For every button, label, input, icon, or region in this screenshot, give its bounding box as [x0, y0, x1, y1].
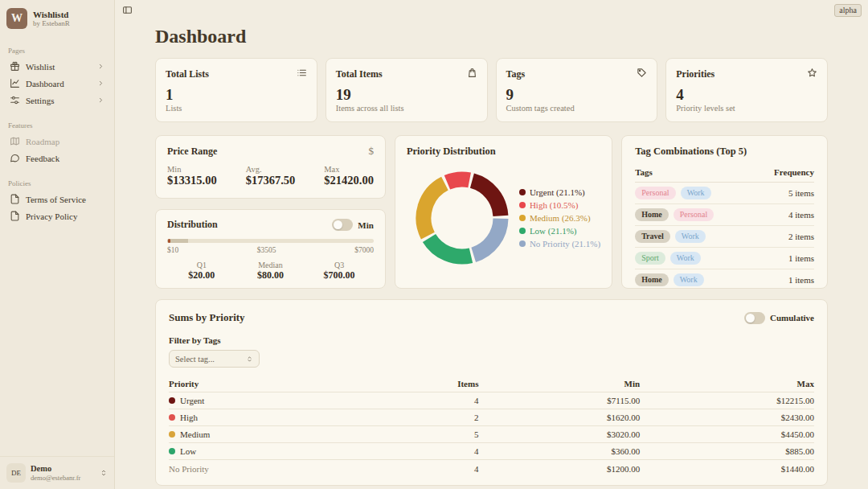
filter-by-tags-label: Filter by Tags: [169, 335, 814, 345]
legend-item: Low (21.1%): [519, 226, 600, 236]
tags-column-header: Tags: [635, 167, 653, 177]
quartile: Q3 $700.00: [305, 261, 374, 281]
stat-card-value: 19: [336, 87, 477, 104]
scale-min: $10: [167, 246, 178, 254]
tag-icon: [637, 68, 647, 78]
table-row: Low 4 $360.00 $885.00: [169, 443, 814, 460]
sidebar-item-label: Settings: [26, 96, 92, 105]
distribution-title: Distribution: [167, 219, 218, 231]
sidebar-toggle-icon[interactable]: [122, 5, 133, 15]
sidebar-item-label: Roadmap: [26, 137, 104, 146]
donut-segment-high: [447, 179, 469, 183]
topbar: [115, 0, 868, 19]
stat-card-value: 1: [166, 87, 307, 104]
app-byline: by EstebanR: [33, 19, 70, 27]
priority-distribution-card: Priority Distribution Urgent (21.1%) Hig…: [395, 135, 612, 289]
stat-card-title: Priorities: [676, 68, 714, 80]
priority-distribution-title: Priority Distribution: [407, 146, 600, 158]
priority-dot: [169, 414, 175, 421]
sidebar-item-label: Wishlist: [26, 62, 92, 72]
donut-segment-low: [429, 238, 471, 257]
chat-icon: [10, 153, 20, 163]
sums-column-priority: Priority: [169, 379, 414, 388]
tag-pill-personal: Personal: [635, 187, 675, 199]
user-menu[interactable]: DE Demo demo@estebanr.fr: [0, 456, 114, 489]
gift-icon: [10, 61, 20, 72]
sums-table-header: PriorityItemsMinMax: [169, 376, 814, 392]
user-name: Demo: [31, 464, 80, 474]
tag-pill-personal: Personal: [674, 208, 714, 221]
price-range-card: Price Range $ Min $13315.00 Avg. $17367.…: [155, 135, 386, 199]
sidebar-item-label: Feedback: [26, 154, 104, 163]
stat-card-title: Tags: [506, 68, 526, 80]
sums-table: PriorityItemsMinMax Urgent 4 $7115.00 $1…: [169, 376, 814, 477]
chart-legend: Urgent (21.1%) High (10.5%) Medium (26.3…: [519, 187, 600, 249]
min-toggle[interactable]: [332, 219, 353, 231]
sidebar-item-feedback[interactable]: Feedback: [6, 150, 108, 166]
scale-max: $7000: [354, 246, 374, 254]
sidebar-item-terms-of-service[interactable]: Terms of Service: [6, 191, 108, 208]
scale-mid: $3505: [257, 246, 276, 254]
legend-dot: [519, 215, 526, 221]
min-toggle-label: Min: [358, 220, 374, 230]
app-header[interactable]: W Wishlistd by EstebanR: [0, 0, 114, 35]
map-icon: [10, 136, 20, 146]
avatar: DE: [6, 463, 26, 483]
slider-marker[interactable]: [168, 239, 170, 243]
alpha-badge: alpha: [834, 4, 862, 17]
tag-combination-row: PersonalWork 5 items: [635, 183, 814, 204]
cumulative-toggle[interactable]: [744, 312, 765, 324]
tag-pill-work: Work: [681, 187, 711, 199]
page-title: Dashboard: [155, 26, 828, 47]
file-icon: [10, 194, 20, 204]
legend-dot: [519, 202, 526, 208]
main-area: alpha Dashboard Total Lists 1 Lists Tota…: [115, 0, 868, 489]
priority-dot: [169, 397, 175, 404]
chevron-right-icon: [97, 80, 104, 87]
distribution-card: Distribution Min $10 $3505 $7000: [155, 209, 386, 289]
legend-dot: [519, 228, 526, 234]
sidebar-item-wishlist[interactable]: Wishlist: [6, 58, 108, 75]
sums-column-max: Max: [640, 379, 814, 388]
file-icon: [10, 211, 20, 221]
stat-card-subtitle: Items across all lists: [336, 104, 477, 113]
sidebar-item-label: Terms of Service: [26, 195, 104, 204]
stat-card-total-lists: Total Lists 1 Lists: [155, 58, 317, 122]
chart-line-icon: [10, 78, 20, 88]
sums-column-items: Items: [414, 379, 478, 388]
tag-pill-travel: Travel: [635, 230, 670, 243]
stat-cards-row: Total Lists 1 Lists Total Items 19 Items…: [155, 58, 828, 122]
sidebar: W Wishlistd by EstebanR Pages Wishlist D…: [0, 0, 115, 489]
stat-card-subtitle: Priority levels set: [676, 104, 817, 113]
priority-dot: [169, 431, 175, 438]
sidebar-item-settings[interactable]: Settings: [6, 92, 108, 109]
donut-segment-medium: [424, 183, 444, 236]
legend-item: Urgent (21.1%): [519, 187, 600, 197]
table-row: Urgent 4 $7115.00 $12215.00: [169, 392, 814, 409]
tag-select-value: Select tag...: [175, 355, 215, 364]
tag-select[interactable]: Select tag...: [169, 350, 260, 368]
tag-combination-row: HomePersonal 4 items: [635, 204, 814, 226]
bag-icon: [467, 68, 477, 78]
table-row: Medium 5 $3020.00 $4450.00: [169, 426, 814, 443]
sidebar-item-privacy-policy[interactable]: Privacy Policy: [6, 208, 108, 224]
sliders-icon: [10, 95, 20, 105]
quartile: Q1 $20.00: [167, 261, 236, 281]
app-name: Wishlistd: [33, 10, 70, 20]
donut-segment-urgent: [472, 181, 501, 216]
list-icon: [297, 68, 307, 78]
table-row: High 2 $1620.00 $2430.00: [169, 409, 814, 426]
stat-card-total-items: Total Items 19 Items across all lists: [326, 58, 488, 122]
price-stat: Max $21420.00: [324, 165, 374, 187]
sidebar-item-dashboard[interactable]: Dashboard: [6, 75, 108, 92]
price-range-title: Price Range: [167, 146, 217, 158]
tag-combinations-title: Tag Combinations (Top 5): [635, 146, 747, 157]
sidebar-item-label: Dashboard: [26, 79, 92, 88]
priority-dot: [169, 448, 175, 454]
legend-dot: [519, 189, 526, 195]
tag-pill-home: Home: [635, 208, 669, 221]
distribution-slider[interactable]: [167, 239, 374, 243]
stat-card-tags: Tags 9 Custom tags created: [496, 58, 658, 122]
tag-pill-work: Work: [670, 252, 701, 265]
sidebar-item-roadmap[interactable]: Roadmap: [6, 133, 108, 150]
